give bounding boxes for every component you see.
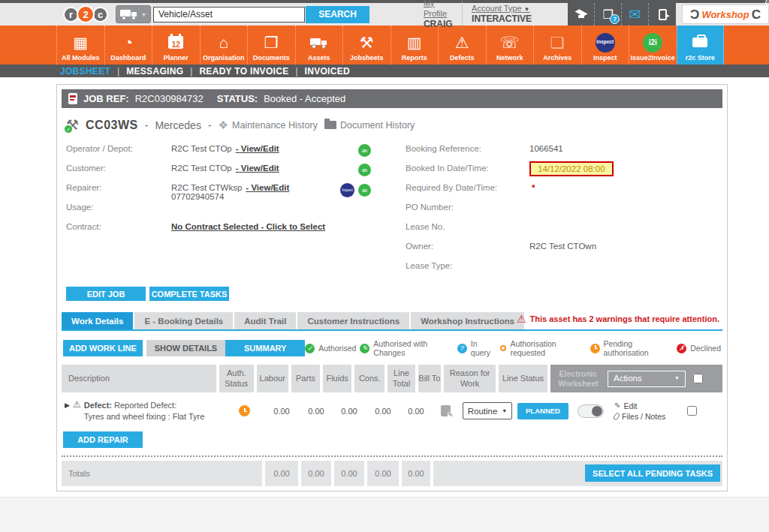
asset-type-dropdown[interactable]: ▼: [116, 5, 151, 23]
clipboard-icon: ▥: [407, 32, 422, 53]
header-icon-tray: ❒ 7 ✉: [568, 3, 676, 26]
inspect-badge-icon: Inspect: [596, 32, 615, 53]
electronic-worksheet-toggle[interactable]: [578, 404, 604, 418]
chevron-down-icon: ▼: [674, 375, 680, 381]
bill-to-document-icon[interactable]: [441, 405, 451, 416]
labour-value: 0.00: [265, 407, 298, 416]
logo-letter-2: 2: [77, 5, 95, 23]
view-edit-link[interactable]: - View/Edit: [246, 183, 289, 192]
nav-item-issue2invoice[interactable]: i2i Issue2Invoice: [629, 26, 677, 65]
logout-button[interactable]: [649, 3, 676, 26]
envelope-icon: ✉: [629, 5, 641, 23]
expand-row-icon[interactable]: ▶: [65, 401, 70, 409]
vehicle-search-input[interactable]: [153, 7, 305, 23]
actions-dropdown[interactable]: Actions ▼: [608, 371, 686, 387]
work-line-checkbox[interactable]: [687, 406, 697, 416]
nav-item-archives[interactable]: ❏ Archives: [533, 26, 581, 65]
nav-item-inspect[interactable]: Inspect Inspect: [581, 26, 629, 65]
reason-for-work-select[interactable]: Routine ▼: [463, 402, 513, 419]
detail-row-customer: Customer: R2C Test CTOp - View/Edit i2i: [66, 162, 406, 182]
workshop-logo-text: Workshop: [701, 9, 749, 20]
nav-item-defects[interactable]: ⚠ Defects: [438, 26, 486, 65]
nav-item-assets[interactable]: Assets: [295, 26, 343, 65]
nav-item-dashboard[interactable]: ◔ Dashboard: [104, 26, 152, 65]
inspect-badge[interactable]: Inspect: [340, 183, 354, 197]
contacts-icon: ☏: [500, 32, 520, 53]
detail-row-booking-ref: Booking Reference: 1066541: [406, 143, 718, 162]
authorisation-requested-icon: [500, 345, 506, 351]
pdf-icon[interactable]: [68, 93, 77, 104]
select-all-checkbox[interactable]: [693, 374, 703, 383]
notification-count-badge: 7: [610, 14, 620, 24]
nav-item-r2c-store[interactable]: r2c Store: [677, 26, 725, 65]
maintenance-history-link[interactable]: ❖ Maintenance History: [219, 119, 318, 132]
separator: |: [190, 66, 192, 77]
summary-button[interactable]: SUMMARY: [225, 340, 305, 356]
view-edit-link[interactable]: - View/Edit: [236, 144, 279, 153]
nav-item-all-modules[interactable]: ▦ All Modules: [56, 26, 104, 65]
tab-e-booking-details[interactable]: E - Booking Details: [134, 312, 233, 329]
subnav-messaging[interactable]: MESSAGING: [126, 66, 183, 77]
line-total-value: 0.00: [402, 407, 430, 416]
tab-customer-instructions[interactable]: Customer Instructions: [297, 312, 409, 329]
add-repair-button[interactable]: ADD REPAIR: [63, 431, 143, 448]
job-action-buttons: EDIT JOB COMPLETE TASKS: [62, 284, 722, 301]
messages-button[interactable]: ✉: [622, 3, 649, 26]
i2i-badge[interactable]: i2i: [358, 184, 371, 197]
complete-tasks-button[interactable]: COMPLETE TASKS: [149, 287, 229, 301]
exit-door-icon: [659, 9, 667, 20]
warning-triangle-icon: ⚠: [517, 314, 526, 324]
nav-item-jobsheets[interactable]: ⚒ Jobsheets: [342, 26, 391, 65]
my-profile-link[interactable]: My Profile: [424, 0, 453, 19]
add-work-line-button[interactable]: ADD WORK LINE: [63, 340, 143, 356]
nav-item-organisation[interactable]: ⌂ Organisation: [200, 26, 248, 65]
work-lines-toolbar: ADD WORK LINE SHOW DETAILS SUMMARY ✓ Aut…: [62, 339, 722, 357]
nav-item-reports[interactable]: ▥ Reports: [391, 26, 439, 65]
nav-item-planner[interactable]: 12 Planner: [152, 26, 200, 65]
contract-select-link[interactable]: No Contract Selected - Click to Select: [171, 222, 325, 231]
logo-letter-c: c: [92, 7, 108, 23]
nav-item-network[interactable]: ☏ Network: [486, 26, 534, 65]
work-lines-table: Description Auth. Status Labour Parts Fl…: [62, 365, 722, 486]
tab-audit-trail[interactable]: Audit Trail: [234, 312, 296, 329]
edit-job-button[interactable]: EDIT JOB: [66, 287, 146, 301]
tab-work-details[interactable]: Work Details: [62, 312, 133, 329]
documents-notifications-button[interactable]: ❒ 7: [595, 3, 622, 26]
wrench-icon: C: [752, 8, 761, 21]
i2i-badge[interactable]: i2i: [358, 164, 371, 176]
fluids-value: 0.00: [334, 407, 364, 416]
job-ref-label: JOB REF:: [83, 93, 129, 104]
tab-workshop-instructions[interactable]: Workshop Instructions: [411, 312, 524, 329]
subnav-invoiced[interactable]: INVOICED: [305, 66, 350, 77]
vehicle-make: Mercedes: [155, 119, 201, 131]
building-icon: ⌂: [219, 32, 228, 53]
tools-icon: ⚒: [360, 32, 374, 53]
show-details-button[interactable]: SHOW DETAILS: [146, 340, 226, 356]
line-status-button[interactable]: PLANNED: [517, 403, 568, 419]
account-type-value: INTERACTIVE: [472, 14, 532, 25]
search-button[interactable]: SEARCH: [306, 6, 369, 23]
booked-in-datetime-value[interactable]: 14/12/2022 08:00: [529, 161, 614, 176]
edit-line-link[interactable]: ✎ Edit: [614, 401, 665, 410]
detail-row-usage: Usage:: [66, 201, 406, 221]
select-all-pending-tasks-button[interactable]: SELECT ALL PENDING TASKS: [585, 464, 720, 482]
detail-row-repairer: Repairer: R2C Test CTWksp - View/Edit 07…: [66, 182, 406, 201]
i2i-badge[interactable]: i2i: [358, 144, 371, 157]
repairer-phone: 07702940574: [171, 192, 289, 201]
page-footer-area: [0, 497, 769, 532]
document-history-link[interactable]: Document History: [324, 120, 415, 131]
files-notes-link[interactable]: Files / Notes: [614, 412, 665, 421]
nav-item-documents[interactable]: ❐ Documents: [247, 26, 295, 65]
learning-button[interactable]: [568, 3, 595, 26]
subnav-ready-to-invoice[interactable]: READY TO INVOICE: [199, 66, 288, 77]
workshop-logo: C Workshop C: [682, 5, 769, 24]
folder-icon: ❐: [264, 32, 279, 53]
authorised-with-changes-icon: ✎: [360, 344, 369, 353]
details-left-column: Operator / Depot: R2C Test CTOp - View/E…: [66, 143, 406, 279]
layers-icon: ❖: [219, 119, 228, 132]
top-header: r 2 c ▼ SEARCH My Profile CRAIG Account …: [0, 3, 769, 26]
booking-reference-value: 1066541: [529, 144, 563, 153]
view-edit-link[interactable]: - View/Edit: [236, 164, 279, 173]
account-type-link[interactable]: Account Type ▼: [472, 4, 532, 14]
subnav-jobsheet[interactable]: JOBSHEET: [60, 66, 110, 77]
